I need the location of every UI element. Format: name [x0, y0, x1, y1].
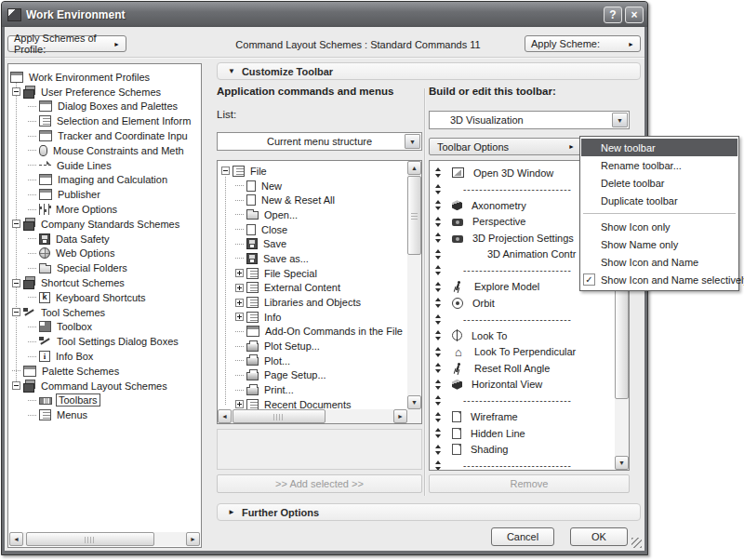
tree-item-open[interactable]: Open... [218, 207, 407, 222]
commands-horizontal-scrollbar[interactable]: ◄ ► [218, 409, 407, 423]
tree-item-plot-setup[interactable]: Plot Setup... [218, 339, 407, 353]
profiles-horizontal-scrollbar[interactable]: ◄ ► [9, 532, 200, 546]
tree-item-save[interactable]: Save [218, 236, 407, 251]
toolbar-item-orbit[interactable]: Orbit [430, 295, 615, 312]
scroll-right-arrow-icon[interactable]: ► [186, 532, 200, 546]
tree-item-add-on-commands-in-the-file[interactable]: Add-On Commands in the File [218, 325, 407, 340]
scroll-left-arrow-icon[interactable]: ◄ [218, 409, 232, 423]
tree-item-file-special[interactable]: File Special [218, 266, 407, 281]
drag-handle-icon[interactable] [435, 363, 442, 373]
tree-item-file[interactable]: File [218, 164, 407, 179]
expand-toggle-icon[interactable] [235, 269, 244, 277]
resize-grip[interactable] [631, 538, 642, 548]
scrollbar-thumb[interactable] [407, 176, 421, 255]
tree-item-libraries-and-objects[interactable]: Libraries and Objects [218, 295, 407, 310]
toolbar-separator-row[interactable]: --------------------------- [430, 393, 615, 409]
toolbar-item-look-to[interactable]: Look To [430, 327, 615, 344]
toolbar-item-wireframe[interactable]: Wireframe [430, 409, 615, 426]
tree-item-new-reset-all[interactable]: New & Reset All [218, 193, 407, 207]
commands-vertical-scrollbar[interactable]: ▲ ▼ [407, 161, 421, 409]
drag-handle-icon[interactable] [435, 347, 442, 357]
toolbar-item-look-to-perpendicular[interactable]: ⌂Look To Perpendicular [430, 344, 615, 361]
tree-item-toolbars[interactable]: Toolbars [9, 393, 200, 408]
expand-toggle-icon[interactable] [235, 284, 244, 292]
chevron-down-icon[interactable]: ▼ [612, 113, 628, 127]
tree-item-page-setup[interactable]: Page Setup... [218, 368, 407, 383]
cancel-button[interactable]: Cancel [491, 527, 554, 546]
tree-item-command-layout-schemes[interactable]: Command Layout Schemes [9, 379, 200, 393]
tree-item-menus[interactable]: Menus [9, 407, 200, 422]
tree-item-dialog-boxes-and-palettes[interactable]: Dialog Boxes and Palettes [9, 100, 200, 114]
tree-item-print[interactable]: Print... [218, 382, 407, 397]
collapse-toggle-icon[interactable] [12, 220, 20, 228]
drag-handle-icon[interactable] [435, 200, 442, 210]
tree-item-recent-documents[interactable]: Recent Documents [218, 397, 407, 409]
expand-toggle-icon[interactable] [235, 299, 244, 307]
tree-item-web-options[interactable]: Web Options [9, 247, 200, 261]
expand-toggle-icon[interactable] [235, 313, 244, 321]
tree-item-external-content[interactable]: External Content [218, 281, 407, 296]
drag-handle-icon[interactable] [435, 380, 442, 390]
apply-scheme-button[interactable]: Apply Scheme: ► [525, 35, 641, 52]
drag-handle-icon[interactable] [435, 330, 442, 340]
add-selected-button[interactable]: >> Add selected >> [217, 474, 422, 493]
menu-item-new-toolbar[interactable]: New toolbar [581, 139, 737, 156]
collapse-toggle-icon[interactable] [12, 381, 20, 390]
tree-item-company-standards-schemes[interactable]: Company Standards Schemes [9, 217, 200, 232]
drag-handle-icon[interactable] [435, 282, 442, 292]
tree-item-new[interactable]: New [218, 179, 407, 193]
menu-item-show-name-only[interactable]: Show Name only [581, 235, 737, 253]
menu-item-duplicate-toolbar[interactable]: Duplicate toolbar [581, 192, 737, 209]
toolbar-item-horizontal-view[interactable]: Horizontal View [430, 377, 615, 393]
tree-item-publisher[interactable]: Publisher [9, 187, 200, 202]
scroll-right-arrow-icon[interactable]: ► [393, 409, 407, 423]
tree-item-selection-and-element-inform[interactable]: Selection and Element Inform [9, 113, 200, 128]
menu-item-show-icon-only[interactable]: Show Icon only [581, 218, 737, 235]
remove-button[interactable]: Remove [429, 474, 630, 493]
tree-item-guide-lines[interactable]: Guide Lines [9, 158, 200, 173]
drag-handle-icon[interactable] [435, 249, 442, 260]
toolbar-separator-row[interactable]: --------------------------- [430, 312, 615, 328]
scrollbar-thumb[interactable] [26, 532, 154, 546]
titlebar[interactable]: Work Environment ? × [2, 2, 647, 27]
tree-item-work-environment-profiles[interactable]: Work Environment Profiles [9, 70, 200, 85]
drag-handle-icon[interactable] [435, 217, 442, 227]
tree-item-palette-schemes[interactable]: Palette Schemes [9, 364, 200, 379]
drag-handle-icon[interactable] [435, 298, 442, 308]
drag-handle-icon[interactable] [435, 412, 442, 422]
expand-toggle-icon[interactable] [235, 400, 244, 408]
drag-handle-icon[interactable] [435, 445, 442, 455]
tree-item-keyboard-shortcuts[interactable]: kKeyboard Shortcuts [9, 290, 200, 305]
close-button[interactable]: × [625, 7, 644, 23]
tree-item-toolbox[interactable]: Toolbox [9, 320, 200, 335]
list-source-dropdown[interactable]: Current menu structure ▼ [217, 132, 422, 151]
help-button[interactable]: ? [604, 7, 622, 23]
tree-item-info-box[interactable]: iInfo Box [9, 349, 200, 364]
tree-item-save-as[interactable]: Save as... [218, 251, 407, 266]
tree-item-close[interactable]: Close [218, 222, 407, 237]
toolbar-separator-row[interactable]: --------------------------- [430, 458, 615, 470]
tree-item-tool-schemes[interactable]: Tool Schemes [9, 305, 200, 320]
chevron-down-icon[interactable]: ▼ [405, 134, 420, 149]
toolbar-item-reset-roll-angle[interactable]: Reset Roll Angle [430, 360, 615, 377]
menu-item-show-icon-and-name[interactable]: Show Icon and Name [581, 253, 737, 271]
toolbar-options-button[interactable]: Toolbar Options ► [429, 138, 583, 155]
scroll-down-arrow-icon[interactable]: ▼ [407, 395, 421, 409]
tree-item-tool-settings-dialog-boxes[interactable]: Tool Settings Dialog Boxes [9, 334, 200, 349]
menu-item-show-icon-and-name-selectively[interactable]: ✓Show Icon and Name selectively [581, 271, 737, 288]
menu-item-delete-toolbar[interactable]: Delete toolbar [581, 174, 737, 192]
drag-handle-icon[interactable] [435, 167, 442, 178]
further-options-header[interactable]: ► Further Options [217, 503, 641, 521]
tree-item-data-safety[interactable]: Data Safety [9, 232, 200, 247]
scroll-up-arrow-icon[interactable]: ▲ [407, 161, 421, 175]
drag-handle-icon[interactable] [435, 428, 442, 438]
scroll-down-arrow-icon[interactable]: ▼ [615, 456, 629, 470]
tree-item-plot[interactable]: Plot... [218, 353, 407, 368]
tree-item-info[interactable]: Info [218, 310, 407, 325]
collapse-toggle-icon[interactable] [12, 87, 20, 96]
tree-item-mouse-constraints-and-meth[interactable]: Mouse Constraints and Meth [9, 143, 200, 158]
drag-handle-icon[interactable] [435, 233, 442, 243]
scrollbar-thumb[interactable] [232, 409, 326, 423]
menu-item-rename-toolbar[interactable]: Rename toolbar... [581, 156, 737, 174]
tree-item-tracker-and-coordinate-inpu[interactable]: Tracker and Coordinate Inpu [9, 128, 200, 143]
